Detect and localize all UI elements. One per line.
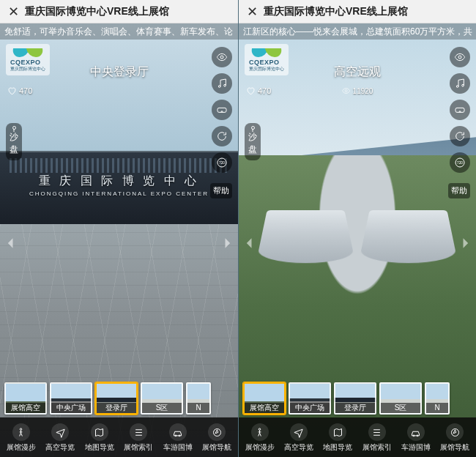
thumb-item[interactable]: 展馆高空 — [4, 382, 47, 415]
quality-button[interactable]: 720 — [212, 152, 232, 173]
visibility-button[interactable] — [450, 47, 470, 67]
views-count: 11920 — [353, 87, 373, 95]
tool-index[interactable]: 展馆索引 — [120, 423, 157, 453]
sandbox-label: 沙盘 — [248, 132, 257, 155]
next-arrow[interactable] — [455, 228, 475, 258]
tool-nav[interactable]: 展馆导航 — [198, 423, 235, 453]
header-title: 重庆国际博览中心VRE线上展馆 — [25, 5, 169, 18]
walk-icon — [254, 427, 265, 438]
tool-label: 高空导览 — [284, 442, 313, 453]
thumb-item[interactable]: 登录厅 — [334, 382, 376, 415]
prev-arrow[interactable] — [1, 228, 21, 258]
views-counter: 11920 — [342, 86, 373, 95]
thumb-item[interactable]: 中央广场 — [289, 382, 331, 415]
thumb-label: 展馆高空 — [245, 403, 284, 413]
logo-text: CQEXPO — [10, 59, 45, 66]
rotate-icon — [454, 130, 466, 142]
rotate-icon — [216, 130, 228, 142]
tool-walk[interactable]: 展馆漫步 — [242, 423, 278, 453]
list-icon — [371, 427, 382, 438]
svg-point-0 — [220, 56, 223, 59]
plane-icon — [293, 427, 304, 438]
thumb-item[interactable]: 登录厅 — [95, 382, 138, 415]
help-button[interactable]: 帮助 — [210, 183, 232, 198]
music-button[interactable] — [450, 73, 470, 94]
eye-icon — [454, 51, 466, 63]
close-icon[interactable]: ✕ — [246, 6, 258, 18]
quality-button[interactable]: 720 — [450, 152, 470, 173]
likes-counter[interactable]: 470 — [7, 86, 32, 95]
walk-icon — [15, 427, 26, 438]
music-icon — [216, 78, 228, 89]
eye-icon — [216, 51, 228, 63]
close-icon[interactable]: ✕ — [7, 6, 19, 18]
svg-point-6 — [21, 428, 23, 430]
tool-map[interactable]: 地图导览 — [81, 423, 118, 453]
tool-label: 展馆漫步 — [7, 442, 36, 453]
tool-map[interactable]: 地图导览 — [319, 423, 356, 453]
tool-index[interactable]: 展馆索引 — [359, 423, 395, 453]
help-button[interactable]: 帮助 — [448, 183, 470, 198]
pin-icon — [12, 126, 16, 130]
thumb-item[interactable]: N — [186, 382, 211, 415]
visibility-button[interactable] — [212, 47, 232, 67]
tool-walk[interactable]: 展馆漫步 — [3, 423, 40, 453]
thumb-item[interactable]: 中央广场 — [50, 382, 92, 415]
tool-car[interactable]: 车游国博 — [398, 423, 434, 453]
next-arrow[interactable] — [217, 228, 237, 258]
tool-car[interactable]: 车游国博 — [160, 423, 196, 453]
sandbox-label: 沙盘 — [10, 132, 18, 155]
prev-arrow[interactable] — [240, 228, 259, 258]
location-title: 高空远观 — [334, 64, 381, 80]
thumb-label: S区 — [381, 403, 420, 413]
bottom-toolbar: 展馆漫步 高空导览 地图导览 展馆索引 车游国博 展馆导航 — [0, 417, 238, 457]
eye-icon — [342, 86, 351, 95]
vr-button[interactable] — [212, 100, 232, 120]
location-title: 中央登录厅 — [90, 64, 149, 80]
tool-aerial[interactable]: 高空导览 — [280, 423, 317, 453]
vr-icon — [216, 104, 228, 116]
pane-left: ✕ 重庆国际博览中心VRE线上展馆 ⋯ 免舒适，可举办音乐会、演唱会、体育赛事、… — [0, 0, 238, 457]
rotate-button[interactable] — [450, 126, 470, 146]
map-icon — [94, 427, 105, 438]
tool-label: 展馆漫步 — [245, 442, 275, 453]
heart-icon — [7, 86, 16, 95]
help-label: 帮助 — [213, 186, 229, 195]
tool-label: 车游国博 — [163, 442, 193, 453]
hd-icon: 720 — [454, 157, 466, 168]
thumb-label: 展馆高空 — [6, 403, 45, 413]
thumb-item[interactable]: 展馆高空 — [243, 382, 286, 415]
svg-point-17 — [259, 428, 261, 430]
nav-icon — [212, 427, 223, 438]
sandbox-chip[interactable]: 沙盘 — [245, 123, 261, 160]
music-icon — [454, 78, 466, 89]
building-caption-cn: 重 庆 国 际 博 览 中 心 — [0, 174, 238, 189]
hd-icon: 720 — [216, 157, 228, 168]
help-label: 帮助 — [451, 186, 467, 195]
plane-icon — [55, 427, 66, 438]
svg-text:720: 720 — [219, 161, 225, 165]
svg-text:720: 720 — [457, 161, 463, 165]
marquee-text: 免舒适，可举办音乐会、演唱会、体育赛事、新车发布、论 — [0, 23, 238, 40]
thumb-item[interactable]: S区 — [141, 382, 183, 415]
rotate-button[interactable] — [212, 126, 232, 146]
brand-logo[interactable]: CQEXPO 重庆国际博览中心 — [245, 44, 289, 75]
logo-text: CQEXPO — [249, 59, 284, 66]
svg-point-2 — [224, 84, 226, 86]
thumb-item[interactable]: S区 — [379, 382, 422, 415]
svg-point-11 — [458, 56, 461, 59]
sandbox-chip[interactable]: 沙盘 — [6, 123, 22, 160]
thumbnail-strip: 展馆高空 中央广场 登录厅 S区 N — [0, 372, 238, 415]
tool-nav[interactable]: 展馆导航 — [436, 423, 473, 453]
logo-mark-icon — [251, 47, 282, 57]
brand-logo[interactable]: CQEXPO 重庆国际博览中心 — [6, 44, 50, 75]
thumb-label: 登录厅 — [335, 403, 375, 413]
header-bar: ✕ 重庆国际博览中心VRE线上展馆 ⋯ — [239, 0, 476, 23]
likes-counter[interactable]: 470 — [246, 86, 271, 95]
music-button[interactable] — [212, 73, 232, 94]
tool-aerial[interactable]: 高空导览 — [42, 423, 78, 453]
thumb-label: S区 — [142, 403, 182, 413]
tool-label: 展馆索引 — [362, 442, 392, 453]
vr-button[interactable] — [450, 100, 470, 120]
thumb-item[interactable]: N — [425, 382, 450, 415]
